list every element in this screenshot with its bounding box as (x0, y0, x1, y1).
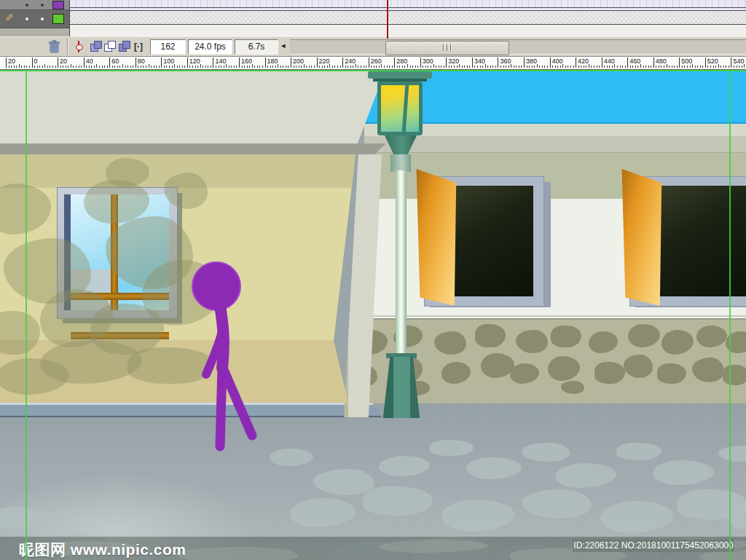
stone (551, 326, 581, 347)
stage-canvas[interactable]: 昵图网 www.nipic.com ID:2206122 NO:20181001… (0, 70, 746, 560)
scrollbar-grip (447, 44, 447, 51)
layer2-lock-dot[interactable] (41, 17, 44, 20)
vertical-guide-right[interactable] (729, 70, 731, 560)
ruler-major-tick (6, 58, 7, 68)
ruler-label: 380 (526, 58, 537, 65)
layer1-visibility-dot[interactable] (25, 4, 28, 7)
ruler-label: 120 (189, 58, 200, 65)
ruler-minor-tick (695, 66, 696, 68)
ruler-minor-tick (436, 66, 436, 68)
ruler-minor-tick (544, 66, 545, 68)
ruler-minor-tick (149, 64, 149, 68)
ruler-minor-tick (604, 66, 605, 68)
timeline-scrollbar-track[interactable] (290, 39, 746, 55)
vertical-guide-left[interactable] (25, 70, 27, 560)
leafshadow (0, 358, 69, 395)
stone (661, 330, 694, 355)
ruler-minor-tick (645, 66, 646, 68)
ruler-label: 180 (267, 58, 278, 65)
right-building-band (364, 136, 746, 153)
delete-layer-trash-icon[interactable] (48, 40, 60, 54)
ruler-major-tick (32, 58, 33, 68)
layer-row-1[interactable] (0, 0, 69, 10)
ruler-minor-tick (366, 66, 366, 68)
layer1-lock-dot[interactable] (41, 4, 44, 7)
ruler-minor-tick (692, 64, 693, 68)
ruler-major-tick (446, 58, 447, 68)
ruler-major-tick (84, 58, 85, 68)
ruler-minor-tick (723, 66, 724, 68)
ruler-minor-tick (480, 66, 481, 68)
layer-row-2-selected[interactable]: ✎ (0, 10, 69, 28)
cobble (555, 463, 616, 488)
ruler-minor-tick (11, 66, 12, 68)
ruler-minor-tick (739, 66, 739, 68)
window-shutter (619, 167, 663, 307)
center-frame-button[interactable] (73, 41, 85, 52)
ruler-minor-tick (102, 66, 103, 68)
ruler-minor-tick (397, 66, 398, 68)
ruler-minor-tick (262, 66, 263, 68)
ruler-minor-tick (542, 66, 543, 68)
ruler-minor-tick (516, 66, 517, 68)
ruler-minor-tick (527, 66, 527, 68)
layer2-outline-color-swatch[interactable] (52, 14, 64, 24)
ruler-minor-tick (42, 66, 43, 68)
ruler-minor-tick (24, 66, 25, 68)
stone (624, 355, 653, 378)
bblob (379, 540, 488, 553)
ruler-minor-tick (89, 66, 90, 68)
ruler-minor-tick (581, 66, 581, 68)
ruler-minor-tick (547, 66, 548, 68)
purple-stick-figure[interactable] (182, 256, 277, 467)
ruler-minor-tick (79, 66, 79, 68)
ruler-minor-tick (340, 66, 341, 68)
edit-multiple-frames-button[interactable] (119, 41, 131, 52)
ruler-label: 300 (423, 58, 433, 65)
ruler-minor-tick (734, 66, 734, 68)
ruler-minor-tick (625, 66, 626, 68)
onion-skin-button[interactable] (90, 41, 103, 52)
ruler-minor-tick (16, 66, 17, 68)
ruler-label: 320 (448, 58, 459, 65)
ruler-label: 100 (163, 58, 174, 65)
leafshadow (84, 180, 149, 224)
ruler-minor-tick (591, 66, 592, 68)
frames-row-2-tween[interactable] (70, 11, 746, 25)
ruler-minor-tick (122, 64, 123, 68)
timeline-playhead[interactable] (387, 0, 388, 39)
ruler-minor-tick (444, 66, 444, 68)
ruler-minor-tick (402, 66, 403, 68)
ruler-minor-tick (174, 64, 175, 68)
toolbar-separator (67, 39, 68, 55)
current-frame-field[interactable]: 162 (150, 39, 186, 55)
ruler-minor-tick (439, 66, 439, 68)
ruler-minor-tick (534, 66, 535, 68)
ruler-minor-tick (718, 64, 719, 68)
timeline-frames-area[interactable] (70, 0, 746, 36)
ruler-minor-tick (552, 66, 553, 68)
ruler-minor-tick (674, 66, 675, 68)
frames-row-1[interactable] (70, 0, 746, 8)
layer1-outline-color-swatch[interactable] (52, 1, 64, 9)
modify-onion-markers-button[interactable]: [·] (134, 41, 146, 52)
ruler-label: 480 (656, 58, 667, 65)
timeline-scrollbar-thumb[interactable] (385, 41, 509, 55)
ruler-minor-tick (112, 66, 113, 68)
cobble (290, 498, 356, 527)
onion-skin-outlines-button[interactable] (104, 41, 117, 52)
ruler-minor-tick (34, 66, 35, 68)
ruler-label: 440 (604, 58, 615, 65)
ruler-minor-tick (66, 66, 66, 68)
ruler-minor-tick (568, 66, 568, 68)
ruler-minor-tick (612, 66, 613, 68)
frame-rate-field[interactable]: 24.0 fps (188, 39, 232, 55)
layer2-visibility-dot[interactable] (25, 17, 28, 20)
ruler-minor-tick (119, 66, 120, 68)
ruler-major-tick (731, 58, 731, 68)
ruler-label: 240 (345, 58, 356, 65)
ruler-minor-tick (200, 64, 201, 68)
horizontal-guide[interactable] (0, 70, 746, 71)
stone (657, 363, 686, 384)
scrollbar-left-arrow[interactable]: ◂ (281, 41, 286, 50)
